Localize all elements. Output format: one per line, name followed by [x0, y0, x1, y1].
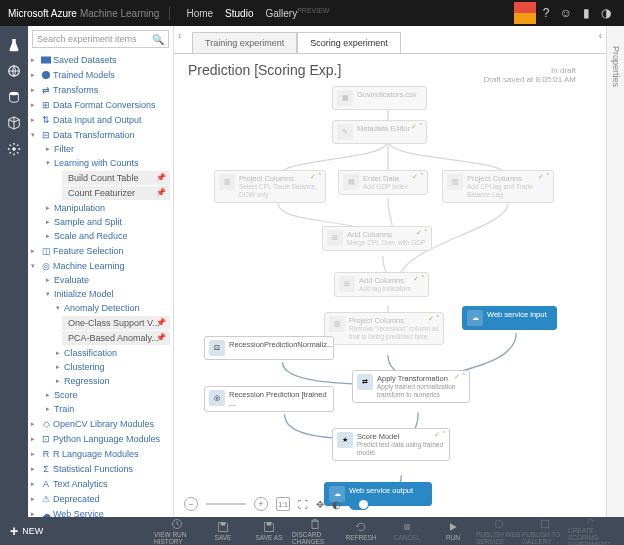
node-trained-model[interactable]: ◎Recession Prediction [trained ...	[204, 386, 334, 412]
tree-python[interactable]: ▸⊡Python Language Modules	[28, 431, 173, 446]
tree-filter[interactable]: ▸Filter	[46, 142, 173, 156]
tree-lwc[interactable]: ▾Learning with Counts	[46, 156, 173, 170]
tree-ml[interactable]: ▾◎Machine Learning	[28, 258, 173, 273]
smile-icon[interactable]: ☺	[556, 6, 576, 20]
rail-experiments-icon[interactable]	[4, 35, 24, 55]
zoom-slider[interactable]	[206, 503, 246, 505]
svg-point-2	[12, 147, 16, 151]
tree-init-model[interactable]: ▾Initialize Model	[46, 287, 173, 301]
foot-discard[interactable]: DISCARD CHANGES	[292, 518, 338, 545]
tree-data-transformation[interactable]: ▾⊟Data Transformation	[28, 127, 173, 142]
node-dataset[interactable]: ▦GovIndicators.csv	[332, 86, 427, 110]
tree-dfc[interactable]: ▸⊞Data Format Conversions	[28, 97, 173, 112]
zoom-controls: − + 1:1 ⛶ ✥ ◐	[184, 497, 369, 511]
help-icon[interactable]: ?	[536, 6, 556, 20]
new-button[interactable]: +NEW	[0, 523, 53, 539]
svg-rect-6	[221, 523, 226, 526]
node-apply-transform[interactable]: ⇄Apply TransformationApply trained norma…	[352, 370, 470, 403]
svg-rect-3	[41, 56, 51, 63]
tree-manipulation[interactable]: ▸Manipulation	[46, 201, 173, 215]
minimap-icon[interactable]: ◐	[332, 499, 341, 510]
rail-cube-icon[interactable]	[4, 113, 24, 133]
main-panel: ‹ ‹ Training experiment Scoring experime…	[174, 26, 606, 517]
node-project2[interactable]: ▥Project ColumnsAdd CPI lag and Trade Ba…	[442, 170, 554, 203]
pan-icon[interactable]: ✥	[316, 499, 324, 510]
leaf-cf[interactable]: Count Featurizer📌	[62, 186, 170, 200]
node-project1[interactable]: ▥Project ColumnsSelect CPI, Trade Balanc…	[214, 170, 326, 203]
left-rail	[0, 26, 28, 517]
node-normalizer[interactable]: ⊡RecessionPredictionNormaliz...	[204, 336, 334, 360]
pin-icon: 📌	[156, 333, 166, 342]
search-icon: 🔍	[152, 34, 164, 45]
node-enterdata[interactable]: ▤Enter DataAdd GDP index✓ ˄	[338, 170, 428, 195]
foot-create-scoring: CREATE SCORING EXPERIMENT	[568, 514, 614, 545]
foot-cancel: CANCEL	[384, 521, 430, 541]
svg-point-4	[42, 71, 50, 79]
account-icon[interactable]: ◑	[596, 6, 616, 20]
pin-icon: 📌	[156, 173, 166, 182]
nav-gallery[interactable]: GalleryPREVIEW	[265, 7, 329, 19]
tree-feature-selection[interactable]: ▸◫Feature Selection	[28, 243, 173, 258]
tree-trained-models[interactable]: ▸Trained Models	[28, 67, 173, 82]
tree-saved-datasets[interactable]: ▸Saved Datasets	[28, 52, 173, 67]
svg-rect-7	[267, 523, 272, 526]
tab-training[interactable]: Training experiment	[192, 32, 297, 54]
svg-point-9	[495, 520, 503, 528]
tree-evaluate[interactable]: ▸Evaluate	[46, 273, 173, 287]
tree-deprecated[interactable]: ▸⚠Deprecated	[28, 491, 173, 506]
tree-r[interactable]: ▸RR Language Modules	[28, 446, 173, 461]
node-remove[interactable]: ▥Project ColumnsRemove "recession" colum…	[324, 312, 444, 345]
node-addcol2[interactable]: ⊞Add ColumnsAdd lag indicators✓ ˄	[334, 272, 429, 297]
zoom-fit-icon[interactable]: ⛶	[298, 499, 308, 510]
leaf-ocsvm[interactable]: One-Class Support V...📌	[62, 316, 170, 330]
foot-saveas[interactable]: SAVE AS	[246, 521, 292, 541]
foot-run[interactable]: RUN	[430, 521, 476, 541]
rail-globe-icon[interactable]	[4, 61, 24, 81]
pin-icon: 📌	[156, 188, 166, 197]
tree-train[interactable]: ▸Train	[46, 402, 173, 416]
brand-sub: Machine Learning	[80, 8, 160, 19]
tree-anomaly[interactable]: ▾Anomaly Detection	[56, 301, 173, 315]
collapse-right-icon[interactable]: ‹	[599, 30, 602, 41]
foot-history[interactable]: VIEW RUN HISTORY	[154, 518, 200, 545]
tree-regression[interactable]: ▸Regression	[56, 374, 173, 388]
webservice-toggle[interactable]	[349, 499, 369, 510]
zoom-out-button[interactable]: −	[184, 497, 198, 511]
tree-text[interactable]: ▸AText Analytics	[28, 476, 173, 491]
tree-opencv[interactable]: ▸◇OpenCV Library Modules	[28, 416, 173, 431]
foot-save[interactable]: SAVE	[200, 521, 246, 541]
nav-studio[interactable]: Studio	[225, 8, 253, 19]
bottom-toolbar: +NEW VIEW RUN HISTORY SAVE SAVE AS DISCA…	[0, 517, 624, 545]
zoom-in-button[interactable]: +	[254, 497, 268, 511]
node-ws-input[interactable]: ☁Web service input	[462, 306, 557, 330]
tree-clustering[interactable]: ▸Clustering	[56, 360, 173, 374]
node-metadata[interactable]: ✎Metadata Editor✓ ˄	[332, 120, 427, 144]
search-input[interactable]: Search experiment items🔍	[32, 30, 169, 48]
node-score-model[interactable]: ★Score ModelPredict test data using trai…	[332, 428, 450, 461]
tree-dio[interactable]: ▸⇅Data Input and Output	[28, 112, 173, 127]
nav-home[interactable]: Home	[186, 8, 213, 19]
tree-webservice[interactable]: ▸☁Web Service	[28, 506, 173, 517]
tree-sample-split[interactable]: ▸Sample and Split	[46, 215, 173, 229]
zoom-actual-button[interactable]: 1:1	[276, 497, 290, 511]
experiment-canvas[interactable]: ▦GovIndicators.csv ✎Metadata Editor✓ ˄ ▥…	[174, 78, 606, 517]
properties-panel[interactable]: Properties	[606, 26, 624, 517]
rail-settings-icon[interactable]	[4, 139, 24, 159]
leaf-pca[interactable]: PCA-Based Anomaly...📌	[62, 331, 170, 345]
brand: Microsoft Azure	[8, 8, 77, 19]
folder-icon[interactable]: ▮	[576, 6, 596, 20]
tree-scale-reduce[interactable]: ▸Scale and Reduce	[46, 229, 173, 243]
tab-scoring[interactable]: Scoring experiment	[297, 32, 401, 54]
node-addcol1[interactable]: ⊞Add ColumnsMerge CPI, Dow, with GDP✓ ˄	[322, 226, 432, 251]
tree-transforms[interactable]: ▸⇄Transforms	[28, 82, 173, 97]
rail-data-icon[interactable]	[4, 87, 24, 107]
avatar[interactable]	[514, 2, 536, 24]
foot-refresh[interactable]: REFRESH	[338, 521, 384, 541]
topbar: Microsoft Azure Machine Learning Home St…	[0, 0, 624, 26]
tree-score[interactable]: ▸Score	[46, 388, 173, 402]
leaf-bct[interactable]: Build Count Table📌	[62, 171, 170, 185]
svg-point-1	[10, 92, 19, 96]
tree-classification[interactable]: ▸Classification	[56, 346, 173, 360]
tree-stats[interactable]: ▸ΣStatistical Functions	[28, 461, 173, 476]
collapse-left-icon[interactable]: ‹	[178, 30, 181, 41]
